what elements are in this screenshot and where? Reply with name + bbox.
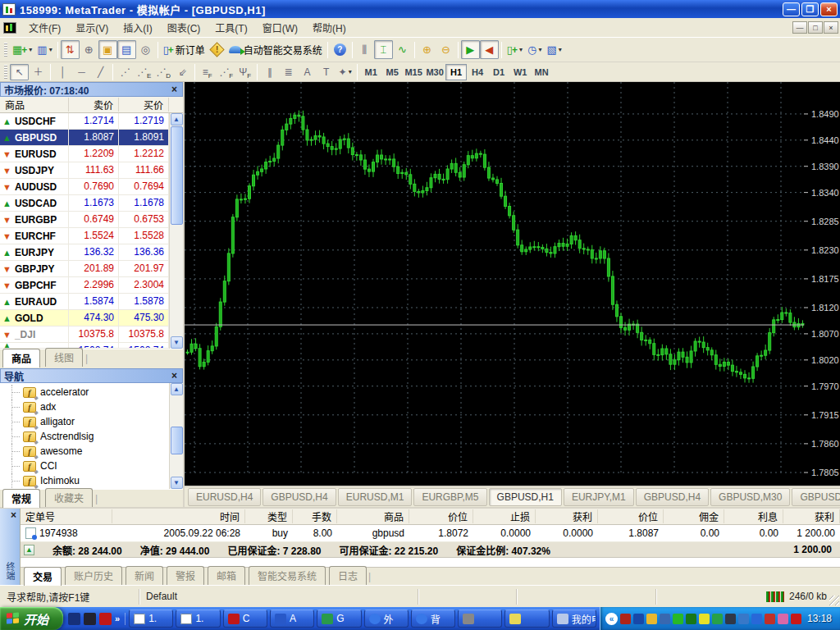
market-watch-row[interactable]: ▲EURJPY136.32136.36 bbox=[0, 244, 169, 261]
tray-icon-1[interactable] bbox=[620, 614, 631, 624]
market-watch-row[interactable]: ▼EURCHF1.55241.5528 bbox=[0, 228, 169, 244]
terminal-tab-智能交易系统[interactable]: 智能交易系统 bbox=[249, 566, 326, 585]
chart-tab-EURGBP,M5[interactable]: EURGBP,M5 bbox=[413, 488, 486, 506]
market-watch-toggle[interactable]: ⇅ bbox=[61, 40, 80, 59]
tab-线图[interactable]: 线图 bbox=[45, 348, 83, 367]
indicator-Ichimoku[interactable]: fIchimoku bbox=[0, 473, 169, 488]
market-watch-row[interactable]: ▼AUDUSD0.76900.7694 bbox=[0, 179, 169, 195]
zoom-out-button[interactable]: ⊖ bbox=[436, 40, 455, 59]
indicator-adx[interactable]: fadx bbox=[0, 399, 169, 414]
fibo-arcs-button[interactable]: ΨF bbox=[235, 64, 254, 80]
indicators-button[interactable]: ▯+▾ bbox=[504, 40, 525, 59]
terminal-tab-日志[interactable]: 日志 bbox=[329, 566, 367, 585]
fibo-fan-button[interactable]: ⋰F bbox=[217, 64, 235, 80]
vertical-line-button[interactable]: │ bbox=[53, 64, 72, 80]
equidistant-channel-button[interactable]: ⋰ bbox=[116, 64, 135, 80]
terminal-column-2[interactable]: 类型 bbox=[245, 509, 293, 523]
market-watch-row[interactable]: ▲USDCHF1.27141.2719 bbox=[0, 113, 169, 130]
line-chart-button[interactable]: ∿ bbox=[393, 40, 412, 59]
task-a[interactable]: A bbox=[270, 609, 314, 628]
bar-chart-button[interactable]: ⫼ bbox=[355, 40, 374, 59]
candlestick-chart[interactable]: 1.84901.84401.83901.83401.82851.82301.81… bbox=[185, 82, 840, 486]
period-M1[interactable]: M1 bbox=[360, 64, 381, 80]
menu-工具(T)[interactable]: 工具(T) bbox=[208, 17, 254, 38]
terminal-column-11[interactable]: 获利 bbox=[783, 509, 840, 523]
period-M15[interactable]: M15 bbox=[403, 64, 424, 80]
terminal-column-9[interactable]: 佣金 bbox=[664, 509, 724, 523]
autoscroll-button[interactable]: ▶ bbox=[461, 40, 480, 59]
text-label-button[interactable]: T bbox=[317, 64, 336, 80]
terminal-column-6[interactable]: 止损 bbox=[473, 509, 536, 523]
tab-收藏夹[interactable]: 收藏夹 bbox=[45, 488, 93, 507]
period-D1[interactable]: D1 bbox=[488, 64, 509, 80]
task-c[interactable]: C bbox=[223, 609, 267, 628]
chart-tab-GBPUSD,H4[interactable]: GBPUSD,H4 bbox=[262, 488, 336, 506]
market-watch-row[interactable]: ▼GBPJPY201.89201.97 bbox=[0, 261, 169, 277]
tray-icon-6[interactable] bbox=[686, 614, 696, 624]
child-minimize-button[interactable]: — bbox=[792, 21, 807, 34]
menu-文件(F)[interactable]: 文件(F) bbox=[21, 17, 68, 38]
tab-常规[interactable]: 常规 bbox=[2, 489, 40, 508]
minimize-button[interactable]: — bbox=[783, 2, 800, 16]
tray-icon-7[interactable] bbox=[699, 614, 710, 624]
menu-图表(C)[interactable]: 图表(C) bbox=[160, 17, 208, 38]
terminal-column-10[interactable]: 利息 bbox=[724, 509, 783, 523]
tray-icon-8[interactable] bbox=[712, 614, 723, 624]
restore-button[interactable]: ❐ bbox=[801, 2, 819, 16]
order-row[interactable]: 19749382005.09.22 06:28buy8.00gbpusd1.80… bbox=[21, 525, 840, 542]
templates-button[interactable]: ▧▾ bbox=[544, 40, 564, 59]
tab-商品[interactable]: 商品 bbox=[2, 349, 40, 368]
tray-icon-10[interactable] bbox=[738, 614, 749, 624]
tray-icon-4[interactable] bbox=[660, 614, 670, 624]
start-button[interactable]: 开始 bbox=[0, 607, 63, 630]
tray-icon-11[interactable] bbox=[751, 614, 762, 624]
chart-tab-GBPUSD,M30[interactable]: GBPUSD,M30 bbox=[710, 488, 790, 506]
terminal-toggle[interactable]: ▤ bbox=[117, 40, 136, 59]
market-watch-row[interactable]: ▼GBPCHF2.29962.3004 bbox=[0, 277, 169, 294]
terminal-tab-账户历史[interactable]: 账户历史 bbox=[65, 566, 122, 585]
tray-icon-12[interactable] bbox=[765, 614, 775, 624]
fibo-retracement-button[interactable]: ≡F bbox=[198, 64, 217, 80]
scroll-down-icon[interactable]: ▼ bbox=[171, 477, 183, 489]
new-chart-button[interactable]: ▦+▾ bbox=[10, 40, 34, 59]
market-watch-row[interactable]: ▼USDJPY111.63111.66 bbox=[0, 162, 169, 179]
scroll-up-icon[interactable]: ▲ bbox=[171, 383, 183, 395]
parallel-lines-button[interactable]: ∥ bbox=[260, 64, 279, 80]
toolbar-grip[interactable] bbox=[4, 65, 7, 80]
task-my-computer[interactable]: 我的电脑 bbox=[552, 609, 596, 628]
terminal-column-0[interactable]: 定单号 bbox=[21, 509, 112, 523]
market-watch-row[interactable]: ▼_DJI10375.810375.8 bbox=[0, 326, 169, 343]
horizontal-line-button[interactable]: ─ bbox=[72, 64, 91, 80]
indicator-awesome[interactable]: fawesome bbox=[0, 444, 169, 459]
tray-icon-3[interactable] bbox=[646, 614, 657, 624]
terminal-column-1[interactable]: 时间 bbox=[112, 509, 245, 523]
terminal-column-8[interactable]: 价位 bbox=[598, 509, 664, 523]
task-metatrader-1[interactable]: 1. bbox=[129, 609, 173, 628]
period-MN[interactable]: MN bbox=[531, 64, 552, 80]
period-M5[interactable]: M5 bbox=[381, 64, 403, 80]
task-help-doc[interactable] bbox=[504, 609, 549, 628]
help-button[interactable]: ? bbox=[331, 40, 349, 59]
crosshair-button[interactable]: ＋ bbox=[29, 64, 48, 80]
menu-插入(I)[interactable]: 插入(I) bbox=[116, 17, 159, 38]
channel-d-button[interactable]: ⋰D bbox=[153, 64, 173, 80]
alert-icon[interactable]: ! bbox=[208, 40, 226, 59]
chart-tab-EURUSD,M1[interactable]: EURUSD,M1 bbox=[338, 488, 413, 506]
tray-icon-14[interactable] bbox=[791, 614, 801, 624]
chart-tab-GBPUSD,H1[interactable]: GBPUSD,H1 bbox=[489, 488, 562, 506]
resize-grip[interactable] bbox=[829, 596, 839, 605]
terminal-close-icon[interactable]: × bbox=[11, 509, 16, 522]
quick-launch-icon-1[interactable] bbox=[68, 613, 80, 625]
quick-launch-icon-3[interactable] bbox=[99, 613, 112, 625]
autotrade-button[interactable]: 自动智能交易系统 bbox=[226, 40, 325, 59]
chart-canvas[interactable]: 1.84901.84401.83901.83401.82851.82301.81… bbox=[185, 82, 840, 486]
market-watch-row[interactable]: ▲1502.741502.74 bbox=[0, 343, 169, 349]
profiles-button[interactable]: ▥▾ bbox=[34, 40, 54, 59]
new-order-button[interactable]: ▯+新订单 bbox=[161, 40, 208, 59]
period-M30[interactable]: M30 bbox=[424, 64, 445, 80]
terminal-column-5[interactable]: 价位 bbox=[409, 509, 473, 523]
navigator-toggle[interactable]: ▣ bbox=[98, 40, 117, 59]
tray-icon-5[interactable] bbox=[673, 614, 683, 624]
market-watch-row[interactable]: ▲GOLD474.30475.30 bbox=[0, 310, 169, 326]
market-watch-row[interactable]: ▲EURAUD1.58741.5878 bbox=[0, 294, 169, 310]
